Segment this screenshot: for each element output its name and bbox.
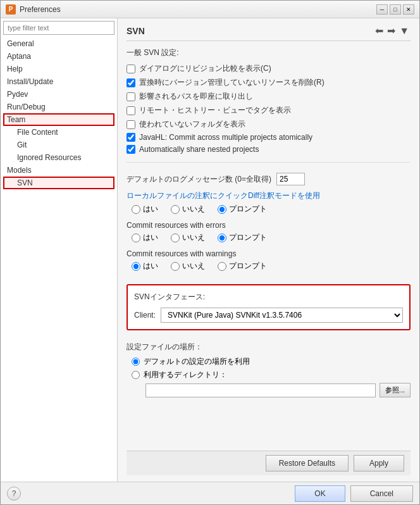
radio-section-2: Commit resources with errors はい いいえ プロンプ…	[127, 221, 411, 244]
titlebar: P Preferences ─ □ ✕	[1, 1, 419, 18]
client-label: Client:	[134, 311, 156, 320]
action-buttons: Restore Defaults Apply	[127, 451, 411, 475]
radio-2-no[interactable]	[171, 234, 180, 242]
preferences-window: P Preferences ─ □ ✕ General Aptana Help …	[0, 0, 420, 505]
log-count-row: デフォルトのログメッセージ数 (0=全取得)	[127, 173, 411, 185]
sidebar-item-install-update[interactable]: Install/Update	[3, 75, 114, 88]
nav-back-button[interactable]: ⬅	[374, 25, 385, 37]
settings-custom-radio[interactable]	[132, 371, 140, 379]
sidebar-item-general[interactable]: General	[3, 37, 114, 50]
browse-row: 参照...	[127, 383, 411, 397]
close-button[interactable]: ✕	[403, 4, 414, 15]
panel-title: SVN	[127, 26, 374, 36]
ok-button[interactable]: OK	[295, 485, 345, 502]
browse-button[interactable]: 参照...	[380, 383, 411, 397]
browse-input[interactable]	[145, 383, 376, 397]
radio-option-1-yes: はい	[132, 204, 158, 215]
app-icon: P	[6, 4, 16, 15]
right-panel: SVN ⬅ ➡ ▼ 一般 SVN 設定: ダイアログにリビジョン比較を表示(C)…	[118, 18, 419, 482]
radio-1-no-label: いいえ	[182, 204, 205, 215]
checkbox-show-tags[interactable]	[127, 106, 135, 115]
checkbox-row-6: JavaHL: Commit across multiple projects …	[127, 133, 411, 142]
cancel-button[interactable]: Cancel	[350, 485, 413, 502]
help-button[interactable]: ?	[7, 487, 21, 501]
checkbox-checkout-affected[interactable]	[127, 92, 135, 101]
sidebar-item-team[interactable]: Team	[3, 113, 114, 126]
sidebar-item-git[interactable]: Git	[3, 139, 114, 151]
checkbox-row-4: リモート・ヒストリー・ビューでタグを表示	[127, 105, 411, 116]
checkbox-row-7: Automatically share nested projects	[127, 145, 411, 154]
footer: ? OK Cancel	[1, 482, 419, 504]
radio-option-2-yes: はい	[132, 232, 158, 243]
checkbox-delete-unversioned[interactable]	[127, 78, 135, 87]
spacer	[127, 402, 411, 451]
radio-option-3-no: いいえ	[171, 261, 205, 271]
checkbox-dialog-revision[interactable]	[127, 65, 135, 73]
sidebar: General Aptana Help Install/Update Pydev…	[1, 18, 118, 482]
settings-default-label: デフォルトの設定の場所を利用	[144, 356, 250, 367]
settings-file-section: 設定ファイルの場所： デフォルトの設定の場所を利用 利用するディレクトリ： 参照…	[127, 342, 411, 397]
radio-2-no-label: いいえ	[182, 232, 205, 243]
sidebar-item-pydev[interactable]: Pydev	[3, 88, 114, 101]
nav-forward-button[interactable]: ➡	[386, 25, 397, 37]
sidebar-item-run-debug[interactable]: Run/Debug	[3, 101, 114, 113]
panel-header: SVN ⬅ ➡ ▼	[127, 25, 411, 41]
radio-1-prompt[interactable]	[218, 205, 226, 214]
radio-3-no-label: いいえ	[182, 261, 205, 271]
minimize-button[interactable]: ─	[376, 4, 388, 15]
checkbox-row-2: 置換時にバージョン管理していないリソースを削除(R)	[127, 77, 411, 88]
nav-buttons: ⬅ ➡ ▼	[374, 25, 411, 37]
checkbox-dialog-revision-label: ダイアログにリビジョン比較を表示(C)	[139, 63, 271, 74]
log-count-label: デフォルトのログメッセージ数 (0=全取得)	[127, 174, 271, 185]
checkbox-javaHL[interactable]	[127, 133, 135, 142]
sidebar-item-svn[interactable]: SVN	[3, 177, 114, 189]
settings-file-label: 設定ファイルの場所：	[127, 342, 411, 352]
radio-3-no[interactable]	[171, 262, 180, 271]
sidebar-item-help[interactable]: Help	[3, 63, 114, 75]
radio-1-no[interactable]	[171, 205, 180, 214]
nav-dropdown-button[interactable]: ▼	[398, 25, 411, 37]
divider-1	[127, 162, 411, 163]
sidebar-item-ignored-resources[interactable]: Ignored Resources	[3, 151, 114, 164]
client-select[interactable]: SVNKit (Pure Java) SVNKit v1.3.5.7406 Ja…	[161, 308, 403, 323]
apply-button[interactable]: Apply	[354, 455, 404, 471]
sidebar-item-file-content[interactable]: File Content	[3, 126, 114, 139]
checkbox-show-unused-folders-label: 使われていないフォルダを表示	[139, 119, 245, 130]
radio-2-yes-label: はい	[143, 232, 158, 243]
radio-option-3-yes: はい	[132, 261, 158, 271]
maximize-button[interactable]: □	[390, 4, 401, 15]
radio-section-2-label: Commit resources with errors	[127, 221, 411, 230]
radio-3-prompt-label: プロンプト	[229, 261, 267, 271]
client-select-wrapper: SVNKit (Pure Java) SVNKit v1.3.5.7406 Ja…	[161, 308, 403, 323]
sidebar-item-aptana[interactable]: Aptana	[3, 50, 114, 63]
radio-row-2: はい いいえ プロンプト	[127, 232, 411, 243]
svn-interface-title: SVNインタフェース:	[134, 292, 403, 302]
checkbox-row-3: 影響されるパスを即座に取り出し	[127, 91, 411, 102]
log-count-input[interactable]	[276, 173, 305, 185]
radio-section-1: ローカルファイルの注釈にクイックDiff注釈モードを使用 はい いいえ プロンプ…	[127, 190, 411, 216]
restore-defaults-button[interactable]: Restore Defaults	[266, 455, 349, 471]
radio-section-1-label: ローカルファイルの注釈にクイックDiff注釈モードを使用	[127, 190, 411, 201]
footer-buttons: OK Cancel	[295, 485, 413, 502]
filter-input[interactable]	[3, 21, 114, 35]
radio-1-prompt-label: プロンプト	[229, 204, 267, 215]
svn-interface-box: SVNインタフェース: Client: SVNKit (Pure Java) S…	[127, 284, 411, 330]
sidebar-item-models[interactable]: Models	[3, 164, 114, 177]
radio-section-3-label: Commit resources with warnings	[127, 249, 411, 258]
settings-custom-option: 利用するディレクトリ：	[127, 370, 411, 380]
checkbox-row-5: 使われていないフォルダを表示	[127, 119, 411, 130]
checkbox-show-tags-label: リモート・ヒストリー・ビューでタグを表示	[139, 105, 291, 116]
radio-2-prompt[interactable]	[218, 234, 226, 242]
checkbox-auto-share-nested[interactable]	[127, 145, 135, 154]
radio-3-yes[interactable]	[132, 262, 140, 271]
radio-option-2-prompt: プロンプト	[218, 232, 267, 243]
radio-2-prompt-label: プロンプト	[229, 232, 267, 243]
window-title: Preferences	[20, 5, 376, 14]
radio-2-yes[interactable]	[132, 234, 140, 242]
radio-section-3: Commit resources with warnings はい いいえ プロ…	[127, 249, 411, 273]
checkbox-delete-unversioned-label: 置換時にバージョン管理していないリソースを削除(R)	[139, 77, 324, 88]
radio-1-yes[interactable]	[132, 205, 140, 214]
settings-default-radio[interactable]	[132, 358, 140, 366]
radio-3-prompt[interactable]	[218, 262, 226, 271]
checkbox-show-unused-folders[interactable]	[127, 120, 135, 129]
